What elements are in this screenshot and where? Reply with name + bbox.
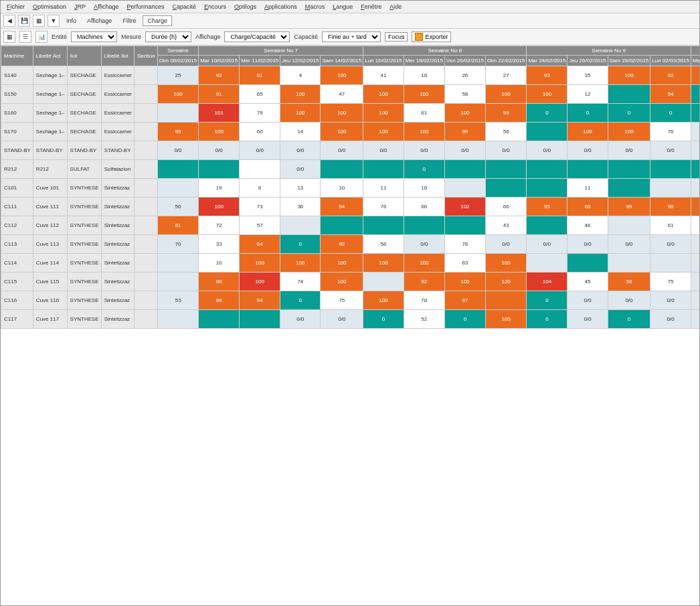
menu-aide[interactable]: Aide (386, 2, 405, 11)
capacity-cell[interactable]: 0/0 (485, 235, 526, 254)
capacity-cell[interactable] (157, 160, 198, 179)
capacity-cell[interactable] (691, 254, 699, 273)
capacity-cell[interactable]: 0/0 (608, 291, 650, 310)
capacity-cell[interactable]: 10 (199, 254, 240, 273)
menu-performances[interactable]: Performances (123, 2, 167, 11)
capacity-cell[interactable]: 46 (691, 216, 699, 235)
capacity-cell[interactable] (485, 291, 526, 310)
capacity-cell[interactable]: 100 (608, 123, 650, 141)
capacity-cell[interactable]: 45 (567, 273, 608, 291)
capacity-cell[interactable]: 91 (240, 66, 280, 85)
capacity-cell[interactable] (157, 310, 198, 329)
capacity-cell[interactable]: 100 (567, 123, 608, 141)
capacity-cell[interactable]: 0 (444, 310, 485, 329)
capacity-cell[interactable]: 100 (321, 66, 363, 85)
capacity-cell[interactable]: 100 (363, 104, 404, 123)
capacity-cell[interactable]: 100 (321, 104, 363, 123)
capacity-cell[interactable] (199, 310, 240, 329)
capacity-cell[interactable] (691, 160, 699, 179)
capacity-cell[interactable]: 100 (363, 254, 404, 273)
capacity-cell[interactable]: 73 (240, 198, 280, 216)
capacity-cell[interactable] (650, 160, 691, 179)
capacity-cell[interactable] (444, 160, 485, 179)
capacity-cell[interactable]: 47 (321, 85, 363, 104)
capacity-cell[interactable]: 61 (404, 104, 444, 123)
capacity-cell[interactable]: 0/0 (157, 141, 198, 160)
capacity-cell[interactable]: 0 (527, 310, 567, 329)
capacity-cell[interactable]: 0/0 (321, 141, 363, 160)
menu-affichage[interactable]: Affichage (90, 2, 122, 11)
capacity-cell[interactable] (485, 160, 526, 179)
affichage-select[interactable]: Charge/Capacité (224, 31, 290, 42)
capacity-cell[interactable]: 99 (608, 198, 650, 216)
capacity-cell[interactable]: 0/0 (567, 291, 608, 310)
capacity-cell[interactable] (691, 123, 699, 141)
capacity-cell[interactable] (527, 160, 567, 179)
capacity-cell[interactable]: 60 (567, 198, 608, 216)
capacity-cell[interactable]: 0/0 (404, 235, 444, 254)
capacity-cell[interactable]: 61 (650, 216, 691, 235)
capacity-cell[interactable]: 0/0 (567, 141, 608, 160)
capacity-cell[interactable]: 104 (527, 273, 567, 291)
capacity-cell[interactable]: 78 (444, 235, 485, 254)
capacity-cell[interactable]: 94 (240, 291, 280, 310)
capacity-cell[interactable]: 100 (404, 123, 444, 141)
capacity-cell[interactable]: 100 (280, 85, 321, 104)
capacity-cell[interactable]: 35 (567, 66, 608, 85)
capacity-cell[interactable]: 11 (363, 179, 404, 198)
focus-button[interactable]: Focus (385, 32, 408, 42)
menu-applications[interactable]: Applications (261, 2, 300, 11)
view-grid-icon[interactable]: ▦ (3, 31, 15, 43)
capacity-cell[interactable]: 52 (404, 310, 444, 329)
capacity-cell[interactable] (527, 179, 567, 198)
capacity-cell[interactable]: 75 (650, 273, 691, 291)
export-button[interactable]: Exporter (412, 31, 451, 42)
capacity-cell[interactable]: 0/0 (608, 141, 650, 160)
capacity-cell[interactable]: 100 (363, 291, 404, 310)
capacity-cell[interactable]: 66 (485, 198, 526, 216)
capacity-cell[interactable]: 0/0 (650, 310, 691, 329)
menu-capacité[interactable]: Capacité (169, 2, 200, 11)
nav-back-icon[interactable]: ◀ (3, 15, 15, 27)
menu-optimisation[interactable]: Optimisation (29, 2, 70, 11)
capacity-cell[interactable]: 91 (199, 85, 240, 104)
capacity-cell[interactable] (650, 254, 691, 273)
mesure-select[interactable]: Durée (h) (145, 31, 191, 42)
capacity-cell[interactable] (444, 216, 485, 235)
capacity-cell[interactable]: 12 (567, 85, 608, 104)
capacity-cell[interactable]: 64 (240, 235, 280, 254)
capacity-cell[interactable] (321, 160, 363, 179)
capacity-cell[interactable]: 75 (321, 291, 363, 310)
capacity-cell[interactable]: 0/0 (321, 310, 363, 329)
capacity-cell[interactable]: 100 (485, 310, 526, 329)
menu-jrp[interactable]: JRP (71, 2, 89, 11)
capacity-cell[interactable]: 0/0 (280, 160, 321, 179)
menu-fenêtre[interactable]: Fenêtre (357, 2, 385, 11)
capacity-cell[interactable] (444, 179, 485, 198)
capacity-cell[interactable]: 58 (608, 273, 650, 291)
capacity-cell[interactable]: 57 (240, 216, 280, 235)
capacity-cell[interactable]: 100 (363, 85, 404, 104)
capacity-cell[interactable] (240, 160, 280, 179)
capacity-cell[interactable]: 92 (321, 235, 363, 254)
capacity-cell[interactable]: 36 (280, 198, 321, 216)
capacity-cell[interactable]: 0/0 (280, 141, 321, 160)
capacity-cell[interactable]: 33 (199, 235, 240, 254)
capacity-cell[interactable]: 100 (444, 104, 485, 123)
capacity-cell[interactable]: 41 (363, 66, 404, 85)
tab-filtre[interactable]: Filtre (118, 16, 140, 25)
tab-info[interactable]: Info (62, 16, 80, 25)
capacity-cell[interactable]: 46 (567, 216, 608, 235)
capacity-cell[interactable] (157, 179, 198, 198)
capacity-cell[interactable]: 11 (567, 179, 608, 198)
capacity-cell[interactable]: 0/0 (280, 310, 321, 329)
capacity-cell[interactable]: 0/0 (527, 141, 567, 160)
capacity-cell[interactable]: 53 (157, 291, 198, 310)
capacity-cell[interactable]: 100 (404, 254, 444, 273)
capacity-cell[interactable]: 0 (363, 310, 404, 329)
capacity-cell[interactable]: 56 (363, 235, 404, 254)
capacity-cell[interactable] (321, 216, 363, 235)
capacity-cell[interactable]: 0/0 (404, 141, 444, 160)
capacity-cell[interactable]: 0/0 (691, 141, 699, 160)
capacity-cell[interactable] (485, 179, 526, 198)
